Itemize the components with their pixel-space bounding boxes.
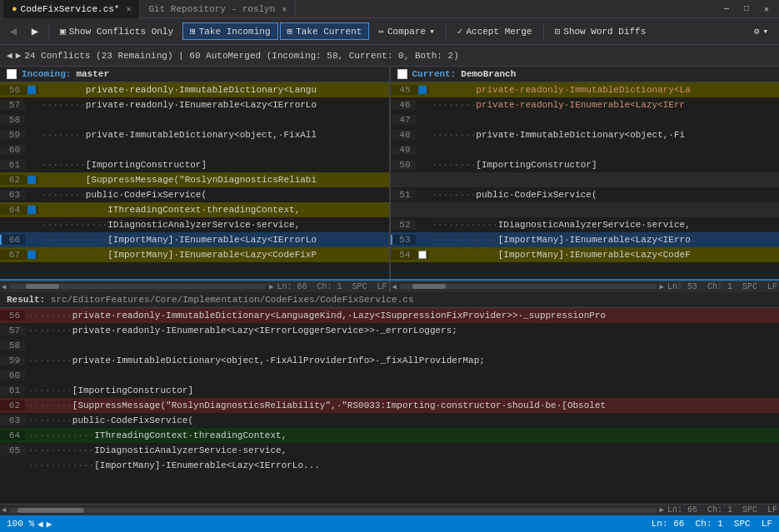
result-line: 61 ········[ImportingConstructor] bbox=[0, 383, 779, 398]
take-incoming-label: Take Incoming bbox=[199, 27, 271, 37]
toolbar: ◀ ▶ ▣ Show Conflicts Only ⊞ Take Incomin… bbox=[0, 18, 779, 45]
minimize-button[interactable]: — bbox=[717, 0, 736, 18]
settings-icon: ⚙ bbox=[754, 26, 760, 37]
compare-dropdown-icon: ▾ bbox=[429, 26, 435, 37]
code-line: 52 ············IDiagnosticAnalyzerServic… bbox=[391, 217, 780, 232]
scroll-left-arrow[interactable]: ◀ bbox=[2, 282, 6, 291]
scroll-right-arrow-r[interactable]: ▶ bbox=[660, 282, 664, 291]
current-scrollbar: ◀ ▶ Ln: 53 Ch: 1 SPC LF bbox=[391, 281, 780, 292]
code-line: 51 ········public·CodeFixService( bbox=[391, 187, 780, 202]
settings-button[interactable]: ⚙ ▾ bbox=[747, 22, 776, 40]
scroll-track[interactable] bbox=[9, 284, 266, 289]
status-arrow-left[interactable]: ◀ bbox=[37, 519, 43, 530]
window-controls: — □ ✕ bbox=[717, 0, 776, 18]
current-position: Ln: 53 Ch: 1 SPC LF bbox=[667, 282, 777, 291]
nav-next-small[interactable]: ▶ bbox=[16, 50, 22, 61]
code-line: 58 bbox=[0, 112, 389, 127]
maximize-button[interactable]: □ bbox=[737, 0, 756, 18]
status-arrow-right[interactable]: ▶ bbox=[47, 519, 52, 530]
conflict-status-text: 24 Conflicts (23 Remaining) | 60 AutoMer… bbox=[24, 51, 459, 61]
scroll-left-arrow-r[interactable]: ◀ bbox=[392, 282, 397, 291]
code-line: 46 ········private·readonly·IEnumerable<… bbox=[391, 97, 780, 112]
incoming-code-lines[interactable]: 56 ········private·readonly·ImmutableDic… bbox=[0, 82, 389, 279]
split-scrollbar-row: ◀ ▶ Ln: 66 Ch: 1 SPC LF ◀ ▶ Ln: 53 Ch: 1… bbox=[0, 281, 779, 292]
result-line: 57 ········private·readonly·IEnumerable<… bbox=[0, 323, 779, 338]
zoom-level: 100 % bbox=[7, 519, 34, 529]
code-line: 47 bbox=[391, 112, 780, 127]
compare-button[interactable]: ⇔ Compare ▾ bbox=[371, 22, 442, 40]
status-bar: 100 % ◀ ▶ Ln: 66 Ch: 1 SPC LF bbox=[0, 515, 779, 532]
code-line: 48 ········private·ImmutableDictionary<o… bbox=[391, 127, 780, 142]
code-line: 67 ············[ImportMany]·IEnumerable<… bbox=[0, 247, 389, 262]
show-conflicts-only-button[interactable]: ▣ Show Conflicts Only bbox=[52, 22, 181, 40]
result-code-lines[interactable]: 56 ········private·readonly·ImmutableDic… bbox=[0, 308, 779, 505]
result-scroll-right[interactable]: ▶ bbox=[660, 505, 664, 515]
code-line: 60 bbox=[0, 142, 389, 157]
code-line bbox=[391, 202, 780, 217]
tab-codefix[interactable]: ● CodeFixService.cs* ✕ bbox=[3, 0, 140, 18]
result-header: Result: src/EditorFeatures/Core/Implemen… bbox=[0, 292, 779, 308]
incoming-pane: Incoming: master 56 ········private·read… bbox=[0, 67, 389, 279]
tab-icon: ● bbox=[12, 4, 17, 14]
tab-close[interactable]: ✕ bbox=[282, 4, 287, 14]
toolbar-separator-2 bbox=[446, 23, 447, 40]
main-area: Incoming: master 56 ········private·read… bbox=[0, 67, 779, 515]
result-label: Result: bbox=[7, 295, 51, 305]
current-label: Current: bbox=[412, 69, 457, 79]
take-incoming-button[interactable]: ⊞ Take Incoming bbox=[182, 22, 277, 40]
accept-merge-label: Accept Merge bbox=[466, 27, 532, 37]
scroll-track-r[interactable] bbox=[400, 284, 657, 289]
current-pane-header: Current: DemoBranch bbox=[391, 67, 780, 82]
result-scroll-track[interactable] bbox=[9, 508, 656, 513]
conflicts-icon: ▣ bbox=[60, 26, 66, 37]
compare-label: Compare bbox=[387, 27, 426, 37]
nav-next-button[interactable]: ▶ bbox=[25, 22, 45, 42]
incoming-checkbox[interactable] bbox=[7, 69, 17, 79]
status-position: Ln: 66 Ch: 1 SPC LF bbox=[652, 519, 772, 529]
result-line: 58 bbox=[0, 338, 779, 353]
code-line: ············IDiagnosticAnalyzerService·s… bbox=[0, 217, 389, 232]
current-code-area: 45 ········private·readonly·ImmutableDic… bbox=[391, 82, 780, 279]
accept-merge-button[interactable]: ✓ Accept Merge bbox=[450, 22, 540, 40]
result-line: 65 ············IDiagnosticAnalyzerServic… bbox=[0, 443, 779, 458]
code-line: 57 ········private·readonly·IEnumerable<… bbox=[0, 97, 389, 112]
conflict-header: ◀ ▶ 24 Conflicts (23 Remaining) | 60 Aut… bbox=[0, 45, 779, 67]
code-line: 59 ········private·ImmutableDictionary<o… bbox=[0, 127, 389, 142]
take-current-button[interactable]: ⊞ Take Current bbox=[280, 22, 370, 40]
take-current-label: Take Current bbox=[296, 27, 362, 37]
result-line: 62 ········[SuppressMessage("RoslynDiagn… bbox=[0, 398, 779, 413]
tab-gitrepo[interactable]: Git Repository - roslyn ✕ bbox=[140, 0, 296, 18]
code-line: 53 ············[ImportMany]·IEnumerable<… bbox=[391, 232, 780, 247]
code-line: 56 ········private·readonly·ImmutableDic… bbox=[0, 82, 389, 97]
tab-close[interactable]: ✕ bbox=[126, 4, 131, 14]
result-line: 59 ········private·ImmutableDictionary<o… bbox=[0, 353, 779, 368]
code-line: 54 ············[ImportMany]·IEnumerable<… bbox=[391, 247, 780, 262]
current-branch: DemoBranch bbox=[461, 69, 516, 79]
result-line: 63 ········public·CodeFixService( bbox=[0, 413, 779, 428]
nav-prev-button[interactable]: ◀ bbox=[3, 22, 23, 42]
current-code-lines[interactable]: 45 ········private·readonly·ImmutableDic… bbox=[391, 82, 780, 279]
show-word-diffs-button[interactable]: ⊡ Show Word Diffs bbox=[547, 22, 654, 40]
code-line: 64 ············IThreadingContext·threadi… bbox=[0, 202, 389, 217]
result-path: src/EditorFeatures/Core/Implementation/C… bbox=[51, 295, 414, 305]
nav-prev-small[interactable]: ◀ bbox=[7, 50, 12, 61]
current-checkbox[interactable] bbox=[397, 69, 407, 79]
scroll-right-arrow[interactable]: ▶ bbox=[269, 282, 273, 291]
incoming-icon: ⊞ bbox=[190, 26, 196, 37]
toolbar-separator-3 bbox=[543, 23, 544, 40]
result-line: 64 ············IThreadingContext·threadi… bbox=[0, 428, 779, 443]
result-line: ············[ImportMany]·IEnumerable<Laz… bbox=[0, 458, 779, 473]
toolbar-separator bbox=[48, 23, 49, 40]
show-word-diffs-label: Show Word Diffs bbox=[563, 27, 646, 37]
tab-label: CodeFixService.cs* bbox=[21, 4, 120, 14]
close-button[interactable]: ✕ bbox=[757, 0, 776, 18]
word-diffs-icon: ⊡ bbox=[555, 26, 561, 37]
incoming-pane-header: Incoming: master bbox=[0, 67, 389, 82]
result-line: 60 bbox=[0, 368, 779, 383]
incoming-branch: master bbox=[76, 69, 109, 79]
result-line: 56 ········private·readonly·ImmutableDic… bbox=[0, 308, 779, 323]
result-code-area: 56 ········private·readonly·ImmutableDic… bbox=[0, 308, 779, 505]
tab-bar: ● CodeFixService.cs* ✕ Git Repository - … bbox=[3, 0, 296, 18]
code-line: 49 bbox=[391, 142, 780, 157]
result-scroll-left[interactable]: ◀ bbox=[2, 505, 6, 515]
